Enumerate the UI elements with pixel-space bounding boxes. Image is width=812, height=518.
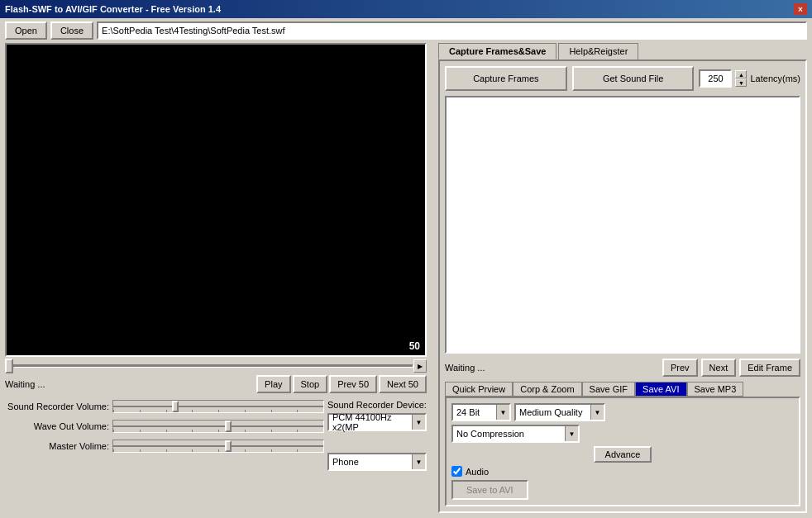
tab-save-mp3[interactable]: Save MP3 — [687, 382, 744, 397]
phone-dropdown-arrow[interactable]: ▼ — [412, 454, 425, 469]
tab-bar: Capture Frames&Save Help&Reigster — [438, 43, 807, 59]
compression-arrow[interactable]: ▼ — [565, 426, 578, 441]
title-bar: Flash-SWF to AVI/GIF Converter - Free Ve… — [0, 0, 812, 18]
latency-input[interactable] — [699, 69, 732, 88]
master-volume-row: Master Volime: — [5, 440, 324, 453]
nav-row: Waiting ... Prev Next Edit Frame — [445, 359, 800, 377]
close-window-button[interactable]: × — [794, 3, 807, 15]
file-path-input[interactable] — [97, 21, 807, 40]
right-content: Capture Frames Get Sound File ▲ ▼ Latenc… — [438, 59, 807, 513]
tab-corp-zoom[interactable]: Corp & Zoom — [513, 382, 581, 397]
master-volume-slider[interactable] — [112, 440, 324, 453]
sound-recorder-slider[interactable] — [112, 400, 324, 413]
stop-button[interactable]: Stop — [293, 375, 328, 393]
volume-device-section: Sound Recorder Volume: — [5, 400, 427, 471]
pcm-select-value: PCM 44100Hz x2(MP — [329, 412, 412, 432]
toolbar: Open Close — [0, 18, 812, 43]
status-bar: Waiting ... Play Stop Prev 50 Next 50 — [5, 375, 427, 393]
right-panel: Capture Frames&Save Help&Reigster Captur… — [438, 43, 807, 513]
nav-waiting-text: Waiting ... — [445, 363, 659, 373]
seek-track[interactable] — [13, 364, 413, 368]
sound-recorder-thumb[interactable] — [172, 401, 179, 412]
second-tab-bar: Quick Prview Corp & Zoom Save GIF Save A… — [445, 382, 800, 397]
phone-select-value: Phone — [329, 457, 412, 467]
quality-select[interactable]: Medium Quality ▼ — [514, 403, 605, 421]
device-section: Sound Recorder Device: PCM 44100Hz x2(MP… — [327, 400, 427, 471]
content-area: 50 ▶ Waiting ... Play Stop Prev 50 Next … — [0, 43, 812, 518]
tab-capture-frames[interactable]: Capture Frames&Save — [438, 43, 556, 59]
compression-row: No Compression ▼ — [451, 425, 794, 443]
seek-end-button[interactable]: ▶ — [413, 359, 427, 373]
video-frame: 50 — [5, 43, 427, 357]
play-button[interactable]: Play — [256, 375, 290, 393]
wave-out-row: Wave Out Volume: — [5, 420, 324, 433]
control-buttons: Play Stop Prev 50 Next 50 — [256, 375, 427, 393]
compression-select[interactable]: No Compression ▼ — [451, 425, 580, 443]
save-avi-row: Save to AVI — [451, 480, 794, 500]
app-title: Flash-SWF to AVI/GIF Converter - Free Ve… — [5, 4, 221, 14]
prev-button[interactable]: Prev — [662, 359, 698, 377]
save-to-avi-button[interactable]: Save to AVI — [451, 480, 528, 500]
status-text: Waiting ... — [5, 379, 45, 389]
sound-recorder-row: Sound Recorder Volume: — [5, 400, 324, 413]
latency-label: Latency(ms) — [750, 74, 800, 83]
wave-out-thumb[interactable] — [225, 421, 232, 432]
volume-controls: Sound Recorder Volume: — [5, 400, 324, 471]
next-button[interactable]: Next — [701, 359, 737, 377]
close-button[interactable]: Close — [50, 21, 93, 40]
avi-section: 24 Bit ▼ Medium Quality ▼ No Compression… — [445, 397, 800, 506]
master-volume-label: Master Volime: — [5, 441, 112, 451]
preview-area — [445, 96, 800, 354]
latency-group: ▲ ▼ Latency(ms) — [699, 69, 800, 88]
bit-quality-row: 24 Bit ▼ Medium Quality ▼ — [451, 403, 794, 421]
bit-depth-select[interactable]: 24 Bit ▼ — [451, 403, 511, 421]
get-sound-file-button[interactable]: Get Sound File — [572, 66, 695, 91]
quality-value: Medium Quality — [516, 407, 590, 417]
edit-frame-button[interactable]: Edit Frame — [739, 359, 800, 377]
latency-spinner[interactable]: ▲ ▼ — [735, 70, 747, 87]
tab-save-gif[interactable]: Save GIF — [582, 382, 635, 397]
quality-arrow[interactable]: ▼ — [590, 405, 604, 420]
spin-up-button[interactable]: ▲ — [735, 70, 747, 78]
audio-label: Audio — [466, 467, 489, 477]
audio-checkbox[interactable] — [451, 466, 462, 477]
video-counter: 50 — [409, 340, 420, 352]
bit-depth-value: 24 Bit — [453, 407, 496, 417]
capture-row: Capture Frames Get Sound File ▲ ▼ Latenc… — [445, 66, 800, 91]
spin-down-button[interactable]: ▼ — [735, 78, 747, 87]
sound-recorder-label: Sound Recorder Volume: — [5, 402, 112, 411]
seek-bar-container: ▶ — [5, 359, 427, 373]
open-button[interactable]: Open — [5, 21, 47, 40]
pcm-select[interactable]: PCM 44100Hz x2(MP ▼ — [327, 413, 427, 431]
pcm-dropdown-arrow[interactable]: ▼ — [412, 415, 425, 430]
tab-help-register[interactable]: Help&Reigster — [558, 43, 638, 59]
sound-device-label: Sound Recorder Device: — [327, 400, 427, 410]
audio-row: Audio — [451, 466, 794, 477]
bit-depth-arrow[interactable]: ▼ — [496, 405, 509, 420]
phone-select[interactable]: Phone ▼ — [327, 453, 427, 471]
prev50-button[interactable]: Prev 50 — [329, 375, 377, 393]
wave-out-slider[interactable] — [112, 420, 324, 433]
compression-value: No Compression — [453, 429, 565, 439]
advance-row: Advance — [451, 446, 794, 463]
left-panel: 50 ▶ Waiting ... Play Stop Prev 50 Next … — [5, 43, 435, 513]
wave-out-label: Wave Out Volume: — [5, 421, 112, 431]
capture-frames-button[interactable]: Capture Frames — [445, 66, 567, 91]
main-window: Open Close 50 ▶ Waiting ... Play Stop — [0, 18, 812, 518]
tab-quick-preview[interactable]: Quick Prview — [445, 382, 513, 397]
seek-thumb[interactable] — [5, 359, 13, 373]
advance-button[interactable]: Advance — [594, 446, 652, 463]
master-volume-thumb[interactable] — [225, 440, 232, 452]
next50-button[interactable]: Next 50 — [379, 375, 427, 393]
tab-save-avi[interactable]: Save AVI — [635, 382, 686, 397]
